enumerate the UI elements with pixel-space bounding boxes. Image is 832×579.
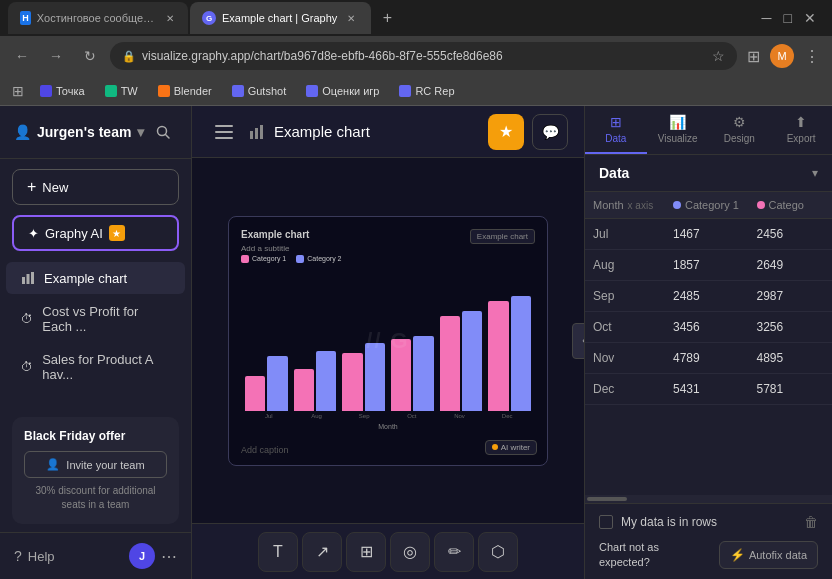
panel-tab-visualize[interactable]: 📊Visualize: [647, 106, 709, 154]
app-container: 👤 Jurgen's team ▾ + New ✦ Graphy AI ★ Ex…: [0, 106, 832, 579]
chart-label-3: Oct: [388, 413, 436, 419]
chart-preview-subtitle: Add a subtitle: [241, 244, 309, 253]
cell-cat1-5[interactable]: 5431: [665, 374, 749, 404]
pen-tool-button[interactable]: ✏: [434, 532, 474, 572]
bookmark-rc[interactable]: RC Rep: [391, 83, 462, 99]
data-table[interactable]: Month x axis Category 1 Catego Jul 1467 …: [585, 192, 832, 495]
panel-tab-export[interactable]: ⬆Export: [770, 106, 832, 154]
lock-icon: 🔒: [122, 50, 136, 63]
panel-tab-data[interactable]: ⊞Data: [585, 106, 647, 154]
comment-button[interactable]: 💬: [532, 114, 568, 150]
table-row-0[interactable]: Jul 1467 2456: [585, 219, 832, 250]
new-tab-button[interactable]: +: [373, 4, 401, 32]
horizontal-scrollbar[interactable]: [585, 495, 832, 503]
bar-cat2-1: [316, 351, 336, 411]
rows-checkbox[interactable]: [599, 515, 613, 529]
bookmark-tw[interactable]: TW: [97, 83, 146, 99]
menu-icon[interactable]: ⋮: [800, 47, 824, 66]
search-button[interactable]: [149, 118, 177, 146]
star-bookmark-icon[interactable]: ☆: [712, 48, 725, 64]
address-bar[interactable]: 🔒 visualize.graphy.app/chart/ba967d8e-eb…: [110, 42, 737, 70]
chart-label-1: Aug: [293, 413, 341, 419]
new-button[interactable]: + New: [12, 169, 179, 205]
sidebar-item-example-chart[interactable]: Example chart: [6, 262, 185, 294]
extensions-icon[interactable]: ⊞: [743, 47, 764, 66]
shape-tool-button[interactable]: ⬡: [478, 532, 518, 572]
bookmark-blender[interactable]: Blender: [150, 83, 220, 99]
collapse-panel-button[interactable]: ‹: [572, 323, 584, 359]
team-name[interactable]: 👤 Jurgen's team ▾: [14, 124, 144, 140]
hamburger-button[interactable]: [208, 116, 240, 148]
tab-close-2[interactable]: ✕: [343, 10, 359, 26]
canvas-area[interactable]: Example chart Add a subtitle Example cha…: [192, 158, 584, 523]
invite-team-button[interactable]: 👤 Invite your team: [24, 451, 167, 478]
window-minimize[interactable]: ─: [762, 10, 772, 26]
arrow-tool-button[interactable]: ↗: [302, 532, 342, 572]
bookmark-ratings[interactable]: Оценки игр: [298, 83, 387, 99]
tab-inactive-1[interactable]: H Хостинговое сообщество «Ti... ✕: [8, 2, 188, 34]
profile-icon[interactable]: M: [770, 44, 794, 68]
bookmark-gutshot[interactable]: Gutshot: [224, 83, 295, 99]
cell-cat1-4[interactable]: 4789: [665, 343, 749, 373]
cell-cat1-0[interactable]: 1467: [665, 219, 749, 249]
cell-cat2-5[interactable]: 5781: [749, 374, 833, 404]
bar-group-0: [245, 356, 288, 411]
forward-button[interactable]: →: [42, 42, 70, 70]
scrollbar-thumb[interactable]: [587, 497, 627, 501]
panel-section-chevron[interactable]: ▾: [812, 166, 818, 180]
star-button[interactable]: ★: [488, 114, 524, 150]
table-row-5[interactable]: Dec 5431 5781: [585, 374, 832, 405]
autofix-icon: ⚡: [730, 548, 745, 562]
trash-icon[interactable]: 🗑: [804, 514, 818, 530]
table-row-1[interactable]: Aug 1857 2649: [585, 250, 832, 281]
cell-cat2-2[interactable]: 2987: [749, 281, 833, 311]
bf-title: Black Friday offer: [24, 429, 167, 443]
bar-cat2-5: [511, 296, 531, 411]
cat2-color-dot: [757, 201, 765, 209]
autofix-button[interactable]: ⚡ Autofix data: [719, 541, 818, 569]
cell-cat1-1[interactable]: 1857: [665, 250, 749, 280]
clock-icon-2: ⏱: [20, 359, 34, 375]
target-tool-button[interactable]: ◎: [390, 532, 430, 572]
transform-tool-button[interactable]: ⊞: [346, 532, 386, 572]
sidebar-item-cost-profit[interactable]: ⏱ Cost vs Profit for Each ...: [6, 296, 185, 342]
back-button[interactable]: ←: [8, 42, 36, 70]
cell-cat2-1[interactable]: 2649: [749, 250, 833, 280]
panel-section-title: Data: [599, 165, 629, 181]
caption-area[interactable]: Add caption: [241, 445, 289, 455]
svg-rect-6: [215, 131, 233, 133]
bar-cat1-5: [488, 301, 508, 411]
cell-cat2-0[interactable]: 2456: [749, 219, 833, 249]
table-row-4[interactable]: Nov 4789 4895: [585, 343, 832, 374]
help-link[interactable]: ? Help: [14, 548, 55, 564]
cell-cat1-2[interactable]: 2485: [665, 281, 749, 311]
table-row-2[interactable]: Sep 2485 2987: [585, 281, 832, 312]
graphy-ai-button[interactable]: ✦ Graphy AI ★: [12, 215, 179, 251]
window-close[interactable]: ✕: [804, 10, 816, 26]
star-icon: ★: [499, 122, 513, 141]
cell-cat2-3[interactable]: 3256: [749, 312, 833, 342]
tab-close-1[interactable]: ✕: [164, 10, 176, 26]
cell-cat2-4[interactable]: 4895: [749, 343, 833, 373]
legend-cat1: Category 1: [241, 255, 286, 263]
cell-month-2: Sep: [585, 281, 665, 311]
tab-active-2[interactable]: G Example chart | Graphy ✕: [190, 2, 371, 34]
person-icon: 👤: [46, 458, 60, 471]
address-text[interactable]: visualize.graphy.app/chart/ba967d8e-ebfb…: [142, 49, 706, 63]
bookmark-tocka[interactable]: Точка: [32, 83, 93, 99]
tab-bar: H Хостинговое сообщество «Ti... ✕ G Exam…: [0, 0, 832, 36]
refresh-button[interactable]: ↻: [76, 42, 104, 70]
avatar[interactable]: J: [129, 543, 155, 569]
cat1-color-dot: [673, 201, 681, 209]
chart-icon-small: [248, 123, 266, 141]
window-maximize[interactable]: □: [784, 10, 792, 26]
bottom-toolbar: T↗⊞◎✏⬡: [192, 523, 584, 579]
text-tool-button[interactable]: T: [258, 532, 298, 572]
chevron-down-icon: ▾: [137, 124, 144, 140]
apps-icon[interactable]: ⊞: [8, 83, 28, 99]
more-options-icon[interactable]: ⋯: [161, 547, 177, 566]
cell-cat1-3[interactable]: 3456: [665, 312, 749, 342]
panel-tab-design[interactable]: ⚙Design: [709, 106, 771, 154]
table-row-3[interactable]: Oct 3456 3256: [585, 312, 832, 343]
sidebar-item-sales[interactable]: ⏱ Sales for Product A hav...: [6, 344, 185, 390]
